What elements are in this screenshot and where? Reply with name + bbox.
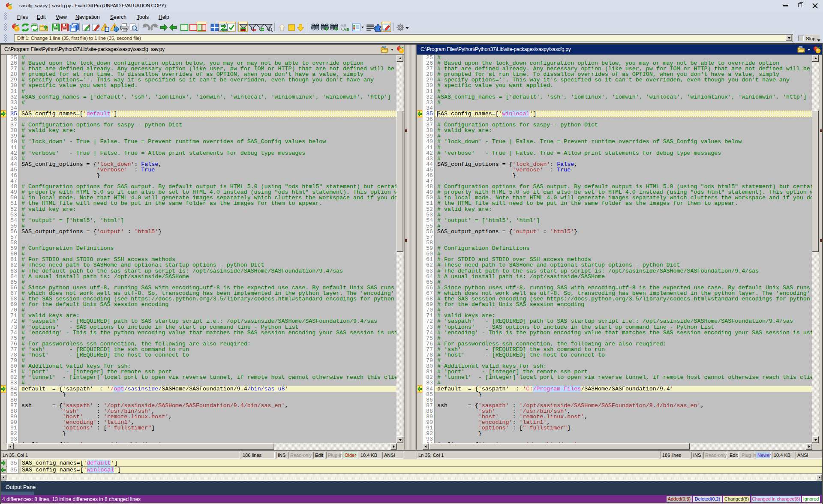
svg-text:AB: AB — [343, 27, 349, 32]
